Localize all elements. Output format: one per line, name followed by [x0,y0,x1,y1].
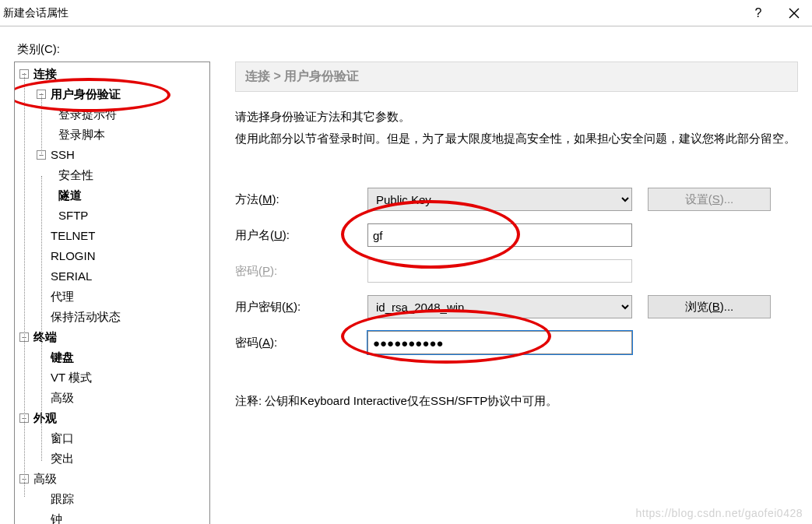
userkey-select[interactable]: id_rsa_2048_win [367,295,632,318]
tree-item-bell[interactable]: 钟 [15,509,209,524]
userkey-label: 用户密钥(K): [235,300,367,315]
tree-item-telnet[interactable]: TELNET [15,226,209,246]
passphrase-label: 密码(A): [235,336,367,350]
tree-item-sftp[interactable]: SFTP [15,206,209,226]
help-button[interactable]: ? [740,0,776,26]
browse-button[interactable]: 浏览(B)... [648,295,771,318]
username-label: 用户名(U): [235,228,367,243]
tree-item-keepalive[interactable]: 保持活动状态 [15,307,209,327]
tree-item-serial[interactable]: SERIAL [15,266,209,287]
tree-item-keyboard[interactable]: 键盘 [15,347,209,368]
tree-item-auth[interactable]: −用户身份验证 [15,84,209,104]
breadcrumb: 连接 > 用户身份验证 [235,62,798,92]
description: 请选择身份验证方法和其它参数。 使用此部分以节省登录时间。但是，为了最大限度地提… [235,106,798,149]
titlebar: 新建会话属性 ? [0,0,812,26]
passphrase-input[interactable] [367,331,632,354]
close-icon [789,8,800,19]
tree-item-advanced-term[interactable]: 高级 [15,388,209,408]
tree-item-appearance[interactable]: −外观 [15,408,209,428]
password-input [367,259,632,283]
method-select[interactable]: Public Key [367,188,632,211]
username-input[interactable] [367,223,632,247]
tree-item-advanced[interactable]: −高级 [15,469,209,489]
setup-button[interactable]: 设置(S)... [648,188,771,211]
tree-item-security[interactable]: 安全性 [15,165,209,185]
close-button[interactable] [776,0,812,26]
tree-item-login-prompt[interactable]: 登录提示符 [15,104,209,125]
category-tree[interactable]: −连接 −用户身份验证 登录提示符 登录脚本 −SSH 安全性 隧道 SFTP … [14,62,210,524]
tree-item-trace[interactable]: 跟踪 [15,489,209,509]
tree-item-ssh[interactable]: −SSH [15,145,209,165]
tree-item-tunnel[interactable]: 隧道 [15,185,209,206]
tree-item-rlogin[interactable]: RLOGIN [15,246,209,266]
tree-item-connection[interactable]: −连接 [15,64,209,84]
note-text: 注释: 公钥和Keyboard Interactive仅在SSH/SFTP协议中… [235,394,798,409]
password-label: 密码(P): [235,264,367,279]
category-label: 类别(C): [17,42,801,57]
tree-item-login-script[interactable]: 登录脚本 [15,125,209,145]
method-label: 方法(M): [235,192,367,207]
tree-item-proxy[interactable]: 代理 [15,287,209,307]
settings-pane: 连接 > 用户身份验证 请选择身份验证方法和其它参数。 使用此部分以节省登录时间… [210,62,801,524]
window-title: 新建会话属性 [3,6,740,20]
tree-item-highlight[interactable]: 突出 [15,448,209,469]
tree-item-terminal[interactable]: −终端 [15,327,209,347]
tree-item-window[interactable]: 窗口 [15,428,209,448]
tree-item-vt[interactable]: VT 模式 [15,368,209,388]
